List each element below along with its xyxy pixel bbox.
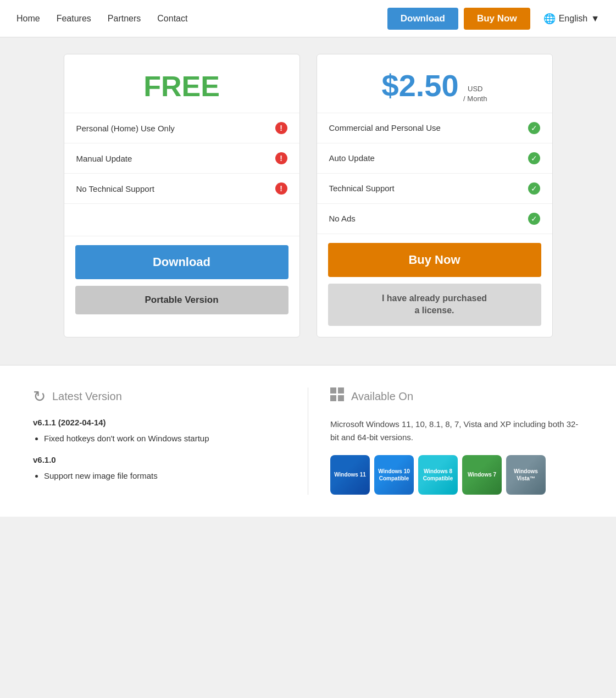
warning-icon-personal: ! — [275, 122, 287, 134]
check-icon-no-ads: ✓ — [528, 213, 540, 225]
nav-partners[interactable]: Partners — [108, 14, 141, 24]
version-v611-note-0: Fixed hotkeys don't work on Windows star… — [44, 431, 286, 446]
pro-plan-card: $2.50 USD / Month Commercial and Persona… — [317, 54, 553, 337]
nav-buttons: Download Buy Now 🌐 English ▼ — [387, 8, 600, 30]
free-plan-card: FREE Personal (Home) Use Only ! Manual U… — [64, 54, 300, 337]
pro-feature-support: Technical Support ✓ — [317, 174, 552, 204]
free-portable-button[interactable]: Portable Version — [75, 286, 288, 314]
pro-card-buttons: Buy Now I have already purchaseda licens… — [317, 234, 552, 337]
warning-icon-support: ! — [275, 182, 287, 195]
os-description: Microsoft Windows 11, 10, 8.1, 8, 7, Vis… — [330, 418, 583, 444]
version-v610-note-0: Support new image file formats — [44, 469, 286, 483]
warning-icon-update: ! — [275, 152, 287, 164]
pro-plan-price: $2.50 — [382, 68, 459, 103]
globe-icon: 🌐 — [543, 13, 556, 25]
check-icon-commercial: ✓ — [528, 122, 540, 134]
pro-feature-commercial: Commercial and Personal Use ✓ — [317, 113, 552, 143]
info-section: ↻ Latest Version v6.1.1 (2022-04-14) Fix… — [0, 365, 616, 517]
latest-version-heading-text: Latest Version — [52, 390, 122, 403]
windows-grid-icon — [330, 387, 345, 406]
free-plan-header: FREE — [64, 54, 299, 113]
available-on-col: Available On Microsoft Windows 11, 10, 8… — [330, 387, 583, 495]
nav-home[interactable]: Home — [16, 14, 40, 24]
free-feature-spacer — [64, 204, 299, 236]
available-on-heading: Available On — [330, 387, 583, 406]
navbar: Home Features Partners Contact Download … — [0, 0, 616, 37]
pricing-cards: FREE Personal (Home) Use Only ! Manual U… — [45, 54, 572, 337]
latest-version-col: ↻ Latest Version v6.1.1 (2022-04-14) Fix… — [33, 387, 308, 495]
free-feature-manual-update: Manual Update ! — [64, 143, 299, 174]
pro-feature-auto-update-text: Auto Update — [329, 153, 375, 163]
pricing-section: FREE Personal (Home) Use Only ! Manual U… — [0, 37, 616, 365]
pro-plan-price-period: USD / Month — [463, 84, 487, 104]
latest-version-heading: ↻ Latest Version — [33, 387, 286, 406]
version-v611-label: v6.1.1 (2022-04-14) — [33, 418, 286, 427]
svg-rect-1 — [338, 387, 344, 394]
os-badge-winvista: Windows Vista™ — [506, 455, 546, 495]
pro-already-licensed-button[interactable]: I have already purchaseda license. — [328, 284, 541, 326]
pro-plan-header: $2.50 USD / Month — [317, 54, 552, 113]
nav-download-button[interactable]: Download — [387, 8, 458, 30]
nav-buynow-button[interactable]: Buy Now — [464, 8, 530, 30]
nav-contact[interactable]: Contact — [157, 14, 187, 24]
os-badge-win7: Windows 7 — [462, 455, 502, 495]
version-v611-notes: Fixed hotkeys don't work on Windows star… — [33, 431, 286, 446]
nav-features[interactable]: Features — [57, 14, 91, 24]
nav-links: Home Features Partners Contact — [16, 14, 387, 24]
pro-buynow-button[interactable]: Buy Now — [328, 243, 541, 277]
pro-feature-auto-update: Auto Update ✓ — [317, 143, 552, 174]
pro-feature-no-ads: No Ads ✓ — [317, 204, 552, 234]
free-download-button[interactable]: Download — [75, 245, 288, 279]
free-feature-no-support-text: No Technical Support — [76, 184, 154, 193]
pro-feature-commercial-text: Commercial and Personal Use — [329, 123, 441, 132]
free-card-buttons: Download Portable Version — [64, 236, 299, 325]
svg-rect-0 — [330, 387, 336, 394]
os-badge-win11: Windows 11 — [330, 455, 370, 495]
svg-rect-2 — [330, 395, 336, 401]
check-icon-support: ✓ — [528, 182, 540, 195]
version-v610-notes: Support new image file formats — [33, 469, 286, 483]
free-feature-manual-update-text: Manual Update — [76, 154, 132, 163]
os-badge-win8: Windows 8 Compatible — [418, 455, 458, 495]
chevron-down-icon: ▼ — [591, 14, 600, 24]
available-on-heading-text: Available On — [351, 390, 413, 403]
pro-feature-support-text: Technical Support — [329, 184, 395, 193]
language-selector[interactable]: 🌐 English ▼ — [543, 13, 600, 25]
free-feature-personal-use-text: Personal (Home) Use Only — [76, 124, 175, 133]
pro-feature-no-ads-text: No Ads — [329, 214, 356, 223]
history-icon: ↻ — [33, 387, 46, 406]
version-v610-label: v6.1.0 — [33, 455, 286, 464]
free-feature-personal-use: Personal (Home) Use Only ! — [64, 113, 299, 143]
free-feature-no-support: No Technical Support ! — [64, 174, 299, 204]
os-badges-container: Windows 11 Windows 10 Compatible Windows… — [330, 455, 583, 495]
os-badge-win10: Windows 10 Compatible — [374, 455, 414, 495]
free-plan-title: FREE — [75, 70, 288, 103]
language-label: English — [559, 14, 587, 24]
svg-rect-3 — [338, 395, 344, 401]
check-icon-auto-update: ✓ — [528, 152, 540, 164]
